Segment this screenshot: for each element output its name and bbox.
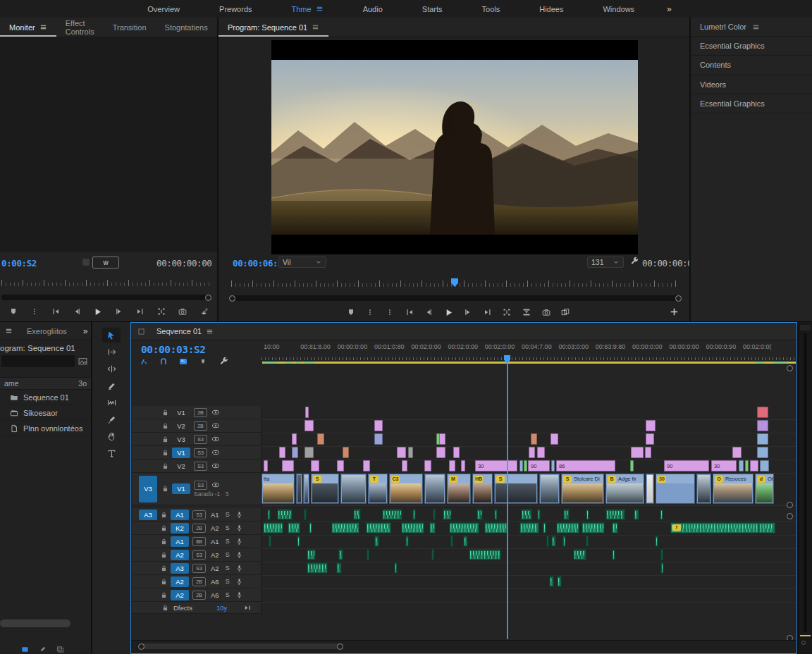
audio-clip[interactable] (366, 522, 391, 533)
timeline-hscroll-knob-left[interactable] (138, 643, 144, 650)
timeline-hscroll-bar[interactable] (141, 643, 340, 649)
audio-clip[interactable] (660, 562, 664, 574)
audio-clip[interactable] (336, 562, 342, 574)
lock-icon[interactable] (160, 578, 168, 586)
video-clip[interactable] (631, 447, 644, 458)
video-clip[interactable] (739, 460, 744, 471)
eye-icon[interactable] (211, 435, 220, 443)
track-badge[interactable]: S3 (194, 462, 207, 471)
solo-button[interactable]: S (226, 524, 230, 531)
goto-in-icon[interactable] (400, 304, 418, 320)
panel-row-contents[interactable]: Contents (691, 56, 812, 75)
audio-clip[interactable] (557, 576, 562, 587)
audio-source-patch[interactable]: A3 (171, 563, 189, 574)
lock-icon[interactable] (160, 591, 168, 599)
video-clip[interactable]: 86 (556, 460, 615, 471)
audio-clip[interactable] (394, 562, 398, 574)
eye-icon[interactable] (211, 481, 220, 489)
play-icon[interactable] (440, 304, 457, 320)
timeline-ruler-ticks[interactable] (262, 352, 796, 360)
timeline-playhead-line[interactable] (507, 362, 508, 639)
solo-button[interactable]: S (226, 564, 230, 572)
divider[interactable] (797, 322, 799, 654)
track-badge[interactable]: S3 (194, 448, 207, 457)
video-clip-main[interactable] (296, 474, 302, 504)
source-patch-v[interactable]: V3 (139, 476, 157, 502)
audio-clip[interactable] (586, 509, 589, 520)
audio-clip[interactable] (758, 522, 775, 533)
mic-icon[interactable] (235, 578, 243, 586)
lock-icon[interactable] (160, 538, 168, 545)
board-icon[interactable] (56, 646, 64, 653)
panel-menu-icon[interactable] (752, 23, 760, 31)
video-clip-main[interactable]: T (368, 474, 388, 504)
audio-clip[interactable] (309, 522, 312, 533)
panel-menu-icon[interactable] (39, 23, 47, 31)
play-icon[interactable] (89, 304, 106, 319)
track-badge[interactable]: 2B (192, 577, 206, 586)
menu-item-prewords[interactable]: Prewords (199, 0, 271, 18)
video-clip[interactable] (745, 460, 749, 471)
track-badge[interactable]: S3 (192, 510, 206, 519)
blue-chip-icon[interactable] (21, 646, 29, 653)
video-clip[interactable] (304, 447, 314, 458)
mic-icon[interactable] (235, 524, 243, 532)
video-clip-main[interactable]: S (311, 474, 339, 504)
video-clip[interactable] (279, 447, 285, 458)
source-scrollbar[interactable] (1, 295, 211, 300)
tool-track-select[interactable] (102, 345, 121, 359)
source-scrub-ruler[interactable] (1, 276, 211, 286)
zoom-level-select[interactable]: Vil (278, 257, 326, 268)
track-name-v1[interactable]: V1 (172, 448, 190, 458)
tab-moniter[interactable]: Moniter (0, 18, 56, 37)
goto-out-icon[interactable] (132, 304, 149, 319)
step-forward-icon[interactable] (459, 304, 476, 320)
audio-clip[interactable] (450, 536, 453, 547)
audio-clip[interactable] (331, 522, 359, 533)
lift-icon[interactable] (498, 304, 516, 320)
video-clip[interactable] (519, 460, 523, 471)
video-clip[interactable] (646, 420, 656, 431)
marker-icon[interactable] (4, 304, 22, 319)
video-clip-main[interactable]: HB (472, 474, 493, 504)
compare-icon[interactable] (557, 304, 574, 320)
lock-icon[interactable] (160, 524, 168, 532)
video-clip[interactable] (292, 447, 298, 458)
audio-clip[interactable] (267, 509, 271, 520)
resolution-select[interactable]: 131 (587, 257, 624, 268)
audio-source-patch[interactable]: K2 (171, 523, 189, 533)
lock-icon[interactable] (161, 604, 169, 612)
tab-sequence[interactable]: Seqvence 01 (147, 323, 223, 340)
video-clip-main[interactable] (303, 474, 309, 504)
export-frame-icon[interactable] (537, 304, 555, 320)
divider[interactable] (217, 18, 219, 321)
step-back-icon[interactable] (420, 304, 438, 320)
eye-icon[interactable] (211, 448, 220, 457)
video-clip-main[interactable]: C3 (389, 474, 423, 504)
lock-icon[interactable] (161, 436, 169, 443)
video-clip[interactable] (292, 433, 297, 445)
panel-menu-icon[interactable] (312, 23, 319, 31)
menu-item-starts[interactable]: Starts (402, 0, 462, 18)
video-clip[interactable] (757, 433, 768, 445)
video-clip-main[interactable]: M (447, 474, 471, 504)
goto-in-icon[interactable] (47, 304, 64, 319)
video-clip[interactable] (757, 420, 768, 431)
divider[interactable] (689, 18, 691, 321)
video-clip[interactable] (317, 433, 324, 445)
panel-row-videors[interactable]: Videors (691, 75, 812, 94)
video-clip-main[interactable] (424, 474, 445, 504)
audio-clip[interactable] (431, 549, 434, 560)
tab-program-sequence[interactable]: Program: Sequence 01 (219, 18, 328, 37)
audio-source-patch[interactable]: A2 (171, 550, 189, 560)
video-clip-main[interactable]: dOb (755, 474, 774, 504)
track-badge[interactable]: 2B (194, 408, 207, 417)
audio-clip[interactable] (634, 509, 639, 520)
track-badge[interactable]: 2B (194, 421, 207, 431)
tool-selection[interactable] (102, 328, 121, 343)
audio-clip[interactable] (469, 549, 501, 560)
solo-button[interactable]: S (226, 578, 230, 585)
video-clip[interactable] (537, 447, 545, 458)
meter-knob[interactable] (801, 641, 806, 645)
video-clip[interactable] (760, 460, 769, 471)
